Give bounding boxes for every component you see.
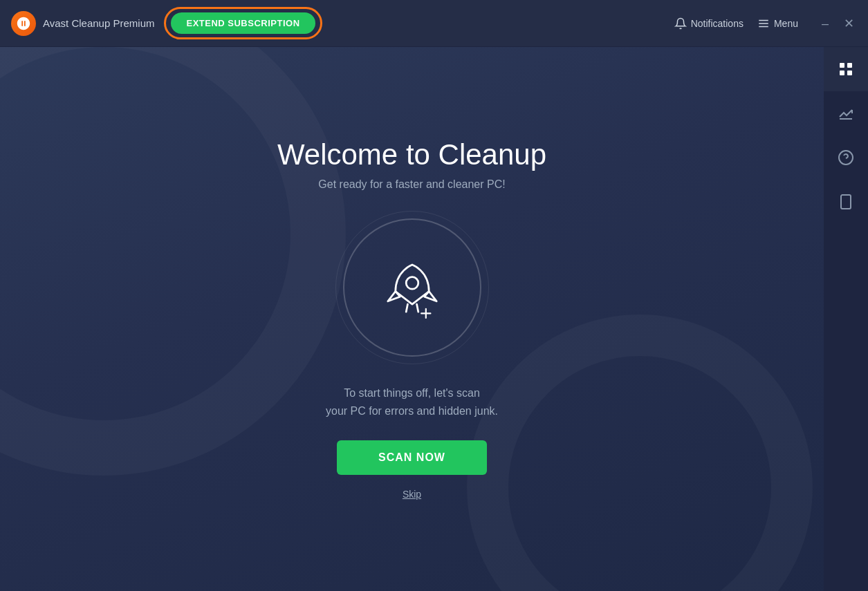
minimize-button[interactable]: – (819, 16, 831, 31)
svg-rect-7 (847, 63, 852, 68)
menu-button[interactable]: Menu (757, 17, 798, 30)
avast-logo (11, 11, 36, 36)
center-section: Welcome to Cleanup Get ready for a faste… (0, 47, 824, 591)
app-title: Avast Cleanup Premium (43, 17, 154, 29)
menu-icon (757, 17, 770, 30)
sidebar-help-button[interactable] (824, 135, 868, 180)
scan-now-button[interactable]: SCAN NOW (337, 440, 487, 475)
welcome-title: Welcome to Cleanup (277, 138, 546, 171)
main-content: Welcome to Cleanup Get ready for a faste… (0, 47, 868, 591)
svg-rect-8 (840, 71, 844, 75)
right-sidebar (824, 47, 868, 591)
scan-description-line1: To start things off, let's scan (344, 387, 480, 399)
welcome-subtitle: Get ready for a faster and cleaner PC! (318, 178, 505, 191)
menu-label: Menu (774, 18, 798, 29)
svg-rect-9 (847, 71, 852, 75)
logo-area: Avast Cleanup Premium (11, 11, 154, 36)
device-icon (838, 194, 854, 210)
help-icon (838, 149, 854, 166)
bell-icon (674, 17, 687, 30)
rocket-icon (374, 250, 450, 326)
sidebar-device-button[interactable] (824, 180, 868, 224)
close-button[interactable]: ✕ (841, 16, 857, 31)
svg-rect-6 (840, 63, 844, 68)
chart-icon (838, 105, 854, 122)
notifications-button[interactable]: Notifications (674, 17, 744, 30)
grid-icon (838, 61, 854, 77)
svg-point-3 (406, 277, 418, 290)
titlebar-right: Notifications Menu – ✕ (674, 16, 857, 31)
scan-description: To start things off, let's scan your PC … (326, 384, 498, 420)
rocket-icon-circle (343, 218, 481, 357)
window-controls: – ✕ (819, 16, 857, 31)
sidebar-home-button[interactable] (824, 47, 868, 91)
notifications-label: Notifications (691, 18, 744, 29)
extend-subscription-wrapper: EXTEND SUBSCRIPTION (171, 12, 315, 34)
avast-logo-icon (16, 16, 31, 31)
sidebar-performance-button[interactable] (824, 91, 868, 135)
titlebar: Avast Cleanup Premium EXTEND SUBSCRIPTIO… (0, 0, 868, 47)
scan-description-line2: your PC for errors and hidden junk. (326, 405, 498, 417)
extend-subscription-button[interactable]: EXTEND SUBSCRIPTION (171, 12, 315, 34)
skip-button[interactable]: Skip (403, 489, 421, 500)
